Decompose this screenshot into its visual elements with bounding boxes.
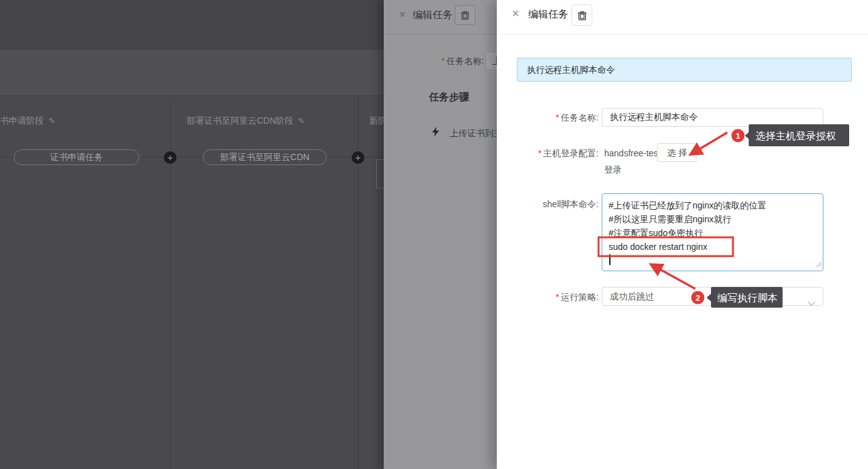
host-login-select-button[interactable]: 选 择: [657, 143, 697, 162]
script-line: #所以这里只需要重启nginx就行: [609, 212, 816, 226]
close-icon[interactable]: ×: [512, 7, 519, 19]
task-steps-heading: 任务步骤: [429, 91, 469, 104]
resize-handle[interactable]: [815, 258, 822, 269]
chevron-down-icon: [808, 294, 815, 312]
task-name-input[interactable]: [602, 108, 823, 127]
shell-script-textarea[interactable]: #上传证书已经放到了nginx的读取的位置 #所以这里只需要重启nginx就行 …: [602, 193, 823, 271]
edit-task-drawer: × 编辑任务 执行远程主机脚本命令 *任务名称: *主机登录配置: handsf…: [497, 0, 868, 469]
host-login-value-line2: 登录: [604, 164, 622, 176]
trash-icon: [460, 10, 470, 20]
drawer-header: × 编辑任务: [384, 0, 497, 35]
host-login-label: *主机登录配置:: [497, 148, 599, 159]
stage-title-2: 部署证书至阿里云CDN阶段✎: [187, 116, 305, 127]
drawer-header: × 编辑任务: [497, 0, 868, 35]
close-icon[interactable]: ×: [399, 8, 406, 20]
task-name-input-clipped[interactable]: 上: [486, 51, 497, 70]
run-policy-value: 成功后跳过: [610, 291, 654, 301]
task-step-item[interactable]: 上传证书到主: [450, 128, 497, 139]
run-policy-label: *运行策略:: [497, 292, 599, 303]
text-cursor: [609, 254, 610, 265]
trash-icon: [577, 10, 587, 21]
host-login-value: handsfree-test: [604, 148, 661, 158]
task-pill-cert-apply[interactable]: 证书申请任务: [14, 149, 139, 165]
script-line: #上传证书已经放到了nginx的读取的位置: [609, 198, 816, 212]
script-line: sudo docker restart nginx: [609, 240, 816, 254]
add-task-icon[interactable]: +: [164, 151, 176, 164]
delete-task-button[interactable]: [572, 4, 592, 26]
edit-task-drawer-background: × 编辑任务 *任务名称: 上 任务步骤 上传证书到主: [384, 0, 497, 469]
stage-title-1: 证书申请阶段✎: [0, 116, 55, 127]
run-policy-select[interactable]: 成功后跳过: [602, 287, 823, 306]
drawer-title: 编辑任务: [528, 8, 568, 21]
task-type-info-banner: 执行远程主机脚本命令: [517, 58, 852, 82]
task-name-label: *任务名称:: [384, 56, 484, 67]
task-pill-deploy-cdn[interactable]: 部署证书至阿里云CDN: [203, 149, 327, 165]
drawer-title: 编辑任务: [413, 9, 453, 22]
shell-script-label: shell脚本命令:: [497, 199, 599, 210]
edit-pencil-icon[interactable]: ✎: [48, 116, 55, 126]
script-line: #注意配置sudo免密执行: [609, 226, 816, 240]
task-name-label: *任务名称:: [497, 112, 599, 124]
lightning-bolt-icon: [431, 127, 440, 139]
add-task-icon[interactable]: +: [352, 151, 364, 164]
delete-task-button[interactable]: [455, 5, 475, 25]
edit-pencil-icon[interactable]: ✎: [298, 116, 305, 126]
